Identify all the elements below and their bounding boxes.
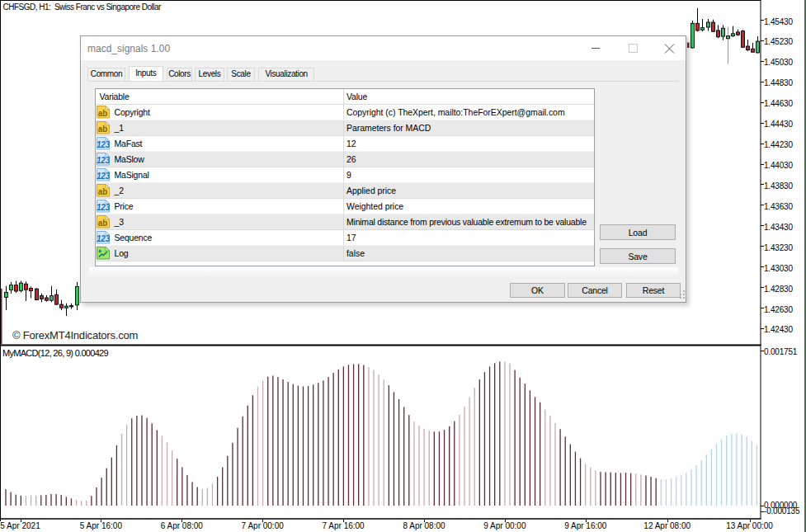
svg-text:123: 123 bbox=[97, 172, 110, 181]
svg-text:ab: ab bbox=[98, 125, 107, 134]
svg-text:ab: ab bbox=[98, 219, 107, 228]
svg-text:ab: ab bbox=[98, 109, 107, 118]
svg-text:123: 123 bbox=[97, 140, 110, 149]
svg-text:123: 123 bbox=[97, 156, 110, 165]
svg-text:123: 123 bbox=[97, 203, 110, 212]
svg-text:ab: ab bbox=[98, 187, 107, 196]
svg-text:123: 123 bbox=[97, 234, 110, 243]
